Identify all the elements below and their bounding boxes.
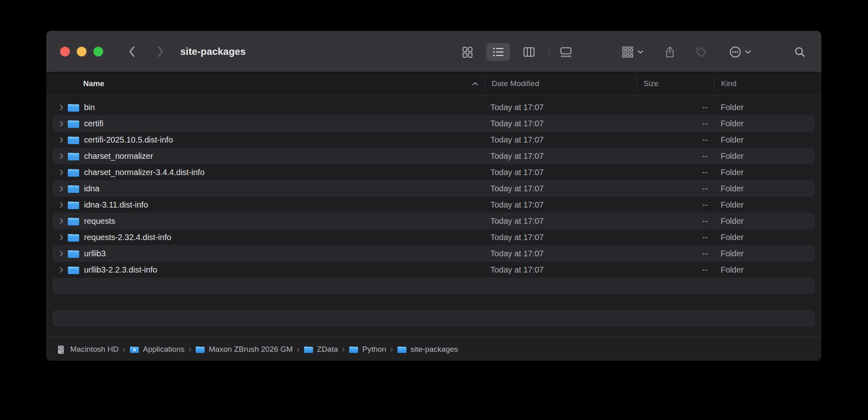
column-view-button[interactable] bbox=[517, 43, 541, 61]
column-header-kind[interactable]: Kind bbox=[714, 76, 821, 91]
folder-icon bbox=[67, 265, 80, 275]
path-item-label: Maxon ZBrush 2026 GM bbox=[209, 345, 293, 354]
list-view-button[interactable] bbox=[486, 43, 510, 61]
sort-ascending-icon bbox=[472, 72, 479, 95]
file-name: requests bbox=[84, 216, 115, 226]
disclosure-chevron-icon[interactable] bbox=[59, 267, 64, 273]
disclosure-chevron-icon[interactable] bbox=[59, 202, 64, 208]
file-row[interactable]: certifi Today at 17:07 -- Folder bbox=[53, 115, 815, 132]
list-column-header: Name Date Modified Size Kind bbox=[46, 72, 821, 95]
column-header-name[interactable]: Name bbox=[46, 76, 485, 91]
name-cell: requests-2.32.4.dist-info bbox=[53, 232, 485, 242]
path-item-macintosh-hd[interactable]: Macintosh HD bbox=[57, 345, 119, 354]
path-separator: › bbox=[123, 344, 125, 354]
minimize-window-button[interactable] bbox=[77, 47, 86, 56]
date-modified: Today at 17:07 bbox=[485, 265, 637, 275]
path-item-label: ZData bbox=[317, 345, 338, 354]
column-header-size[interactable]: Size bbox=[637, 76, 714, 91]
name-cell: idna-3.11.dist-info bbox=[53, 200, 485, 210]
file-row[interactable]: certifi-2025.10.5.dist-info Today at 17:… bbox=[53, 132, 815, 148]
file-row[interactable]: idna-3.11.dist-info Today at 17:07 -- Fo… bbox=[53, 197, 815, 213]
path-item-site-packages[interactable]: site-packages bbox=[397, 345, 458, 354]
file-row[interactable]: urllib3-2.2.3.dist-info Today at 17:07 -… bbox=[53, 262, 815, 278]
kind: Folder bbox=[714, 184, 815, 193]
file-name: idna bbox=[84, 184, 99, 193]
kind: Folder bbox=[714, 249, 815, 258]
path-item-applications[interactable]: A Applications bbox=[130, 345, 184, 354]
kind: Folder bbox=[714, 119, 815, 128]
disclosure-chevron-icon[interactable] bbox=[59, 121, 64, 127]
disclosure-chevron-icon[interactable] bbox=[59, 186, 64, 192]
size: -- bbox=[637, 119, 714, 128]
kind: Folder bbox=[714, 135, 815, 145]
forward-button[interactable] bbox=[153, 44, 167, 59]
name-cell: idna bbox=[53, 184, 485, 193]
file-row[interactable]: charset_normalizer-3.4.4.dist-info Today… bbox=[53, 164, 815, 180]
date-modified: Today at 17:07 bbox=[485, 233, 637, 242]
file-name: urllib3-2.2.3.dist-info bbox=[84, 265, 157, 275]
file-row[interactable]: requests Today at 17:07 -- Folder bbox=[53, 213, 815, 229]
toolbar: site-packages bbox=[46, 31, 821, 72]
file-name: certifi bbox=[84, 119, 104, 128]
file-row[interactable]: idna Today at 17:07 -- Folder bbox=[53, 180, 815, 197]
view-mode-switcher bbox=[456, 43, 578, 61]
folder-icon bbox=[67, 151, 80, 161]
file-row[interactable]: requests-2.32.4.dist-info Today at 17:07… bbox=[53, 229, 815, 245]
folder-icon bbox=[67, 135, 80, 145]
path-item-python[interactable]: Python bbox=[349, 345, 386, 354]
group-button[interactable] bbox=[614, 43, 651, 61]
file-name: certifi-2025.10.5.dist-info bbox=[84, 135, 173, 145]
icon-view-button[interactable] bbox=[456, 43, 479, 61]
size: -- bbox=[637, 184, 714, 193]
back-button[interactable] bbox=[125, 44, 139, 59]
more-options-button[interactable] bbox=[721, 43, 759, 61]
size: -- bbox=[637, 152, 714, 161]
share-icon bbox=[665, 46, 675, 58]
empty-row bbox=[53, 294, 815, 310]
back-chevron-icon bbox=[129, 46, 135, 57]
disclosure-chevron-icon[interactable] bbox=[59, 104, 64, 110]
kind: Folder bbox=[714, 200, 815, 210]
disclosure-chevron-icon[interactable] bbox=[59, 234, 64, 240]
file-row[interactable]: urllib3 Today at 17:07 -- Folder bbox=[53, 245, 815, 262]
date-modified: Today at 17:07 bbox=[485, 200, 637, 210]
name-cell: certifi bbox=[53, 119, 485, 128]
date-modified: Today at 17:07 bbox=[485, 119, 637, 128]
gallery-view-button[interactable] bbox=[554, 43, 578, 61]
tag-button[interactable] bbox=[691, 43, 711, 61]
name-cell: charset_normalizer bbox=[53, 151, 485, 161]
share-button[interactable] bbox=[660, 43, 680, 61]
chevron-down-icon bbox=[745, 50, 751, 54]
size: -- bbox=[637, 265, 714, 275]
path-bar: Macintosh HD › A Applications › Maxon ZB… bbox=[46, 337, 821, 361]
date-modified: Today at 17:07 bbox=[485, 184, 637, 193]
disclosure-chevron-icon[interactable] bbox=[59, 251, 64, 257]
column-header-date-modified[interactable]: Date Modified bbox=[485, 76, 637, 91]
close-window-button[interactable] bbox=[60, 47, 70, 56]
name-cell: certifi-2025.10.5.dist-info bbox=[53, 135, 485, 145]
kind: Folder bbox=[714, 152, 815, 161]
folder-icon bbox=[397, 345, 407, 353]
path-item-label: site-packages bbox=[410, 345, 458, 354]
disclosure-chevron-icon[interactable] bbox=[59, 218, 64, 224]
path-item-maxon-zbrush[interactable]: Maxon ZBrush 2026 GM bbox=[195, 345, 293, 354]
traffic-lights bbox=[60, 47, 103, 56]
disclosure-chevron-icon[interactable] bbox=[59, 153, 64, 159]
file-row[interactable]: bin Today at 17:07 -- Folder bbox=[53, 99, 815, 115]
search-button[interactable] bbox=[789, 43, 810, 61]
kind: Folder bbox=[714, 265, 815, 275]
zoom-window-button[interactable] bbox=[93, 47, 103, 56]
folder-icon bbox=[67, 216, 80, 226]
window-title: site-packages bbox=[180, 31, 246, 72]
path-separator: › bbox=[188, 344, 191, 354]
name-cell: urllib3 bbox=[53, 249, 485, 258]
kind: Folder bbox=[714, 233, 815, 242]
file-row[interactable]: charset_normalizer Today at 17:07 -- Fol… bbox=[53, 148, 815, 164]
folder-icon bbox=[349, 345, 358, 353]
disclosure-chevron-icon[interactable] bbox=[59, 169, 64, 175]
finder-window: site-packages bbox=[46, 31, 821, 361]
path-item-label: Python bbox=[362, 345, 386, 354]
date-modified: Today at 17:07 bbox=[485, 216, 637, 226]
disclosure-chevron-icon[interactable] bbox=[59, 137, 64, 143]
path-item-zdata[interactable]: ZData bbox=[304, 345, 338, 354]
